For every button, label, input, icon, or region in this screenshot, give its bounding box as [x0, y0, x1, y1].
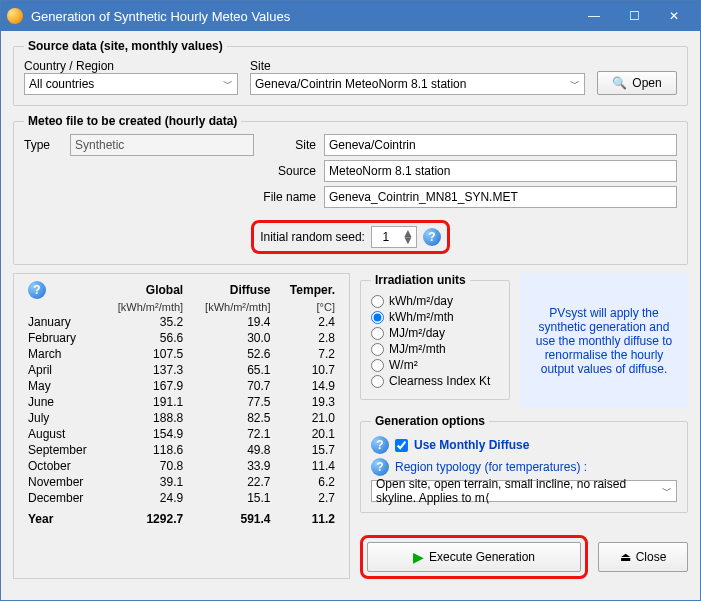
window-title: Generation of Synthetic Hourly Meteo Val… [31, 9, 574, 24]
type-field: Synthetic [70, 134, 254, 156]
chevron-down-icon: ﹀ [662, 484, 672, 498]
table-row: November39.122.76.2 [22, 474, 341, 490]
open-button[interactable]: 🔍 Open [597, 71, 677, 95]
irradiation-option[interactable]: Clearness Index Kt [371, 373, 499, 389]
close-button[interactable]: ⏏ Close [598, 542, 688, 572]
help-icon[interactable]: ? [423, 228, 441, 246]
generation-options-group: Generation options ? Use Monthly Diffuse… [360, 414, 688, 513]
use-monthly-diffuse-checkbox[interactable] [395, 439, 408, 452]
table-row: February56.630.02.8 [22, 330, 341, 346]
table-row: April137.365.110.7 [22, 362, 341, 378]
type-label: Type [24, 138, 62, 152]
app-icon [7, 8, 23, 24]
exit-icon: ⏏ [620, 550, 631, 564]
table-row: May167.970.714.9 [22, 378, 341, 394]
help-icon[interactable]: ? [371, 436, 389, 454]
source-label: Source [254, 164, 324, 178]
table-row: January35.219.42.4 [22, 314, 341, 330]
seed-value: 1 [372, 230, 400, 244]
irradiation-option[interactable]: MJ/m²/mth [371, 341, 499, 357]
typology-label: Region typology (for temperatures) : [395, 460, 587, 474]
search-icon: 🔍 [612, 76, 627, 90]
content-area: Source data (site, monthly values) Count… [1, 31, 700, 600]
generation-options-legend: Generation options [371, 414, 489, 428]
table-total-row: Year1292.7591.411.2 [22, 506, 341, 527]
filename-field[interactable]: Geneva_Cointrin_MN81_SYN.MET [324, 186, 677, 208]
site-source-value: Geneva/Cointrin MeteoNorm 8.1 station [255, 77, 466, 91]
radio-input[interactable] [371, 311, 384, 324]
site-label: Site [254, 138, 324, 152]
typology-value: Open site, open terrain, small incline, … [376, 477, 662, 505]
source-data-group: Source data (site, monthly values) Count… [13, 39, 688, 106]
chevron-down-icon: ﹀ [223, 77, 233, 91]
irradiation-units-group: Irradiation units kWh/m²/daykWh/m²/mthMJ… [360, 273, 510, 400]
maximize-button[interactable]: ☐ [614, 1, 654, 31]
radio-input[interactable] [371, 327, 384, 340]
play-icon: ▶ [413, 549, 424, 565]
execute-generation-button[interactable]: ▶ Execute Generation [367, 542, 581, 572]
source-data-legend: Source data (site, monthly values) [24, 39, 227, 53]
irradiation-legend: Irradiation units [371, 273, 470, 287]
col-diffuse: Diffuse [189, 280, 276, 300]
radio-input[interactable] [371, 343, 384, 356]
use-monthly-diffuse-label: Use Monthly Diffuse [414, 438, 529, 452]
monthly-table: ? Global Diffuse Temper. [kWh/m²/mth] [k… [22, 280, 341, 527]
table-row: July188.882.521.0 [22, 410, 341, 426]
hint-text: PVsyst will apply the synthetic generati… [530, 306, 678, 376]
seed-label: Initial random seed: [260, 230, 365, 244]
col-temper: Temper. [276, 280, 341, 300]
site-source-combo[interactable]: Geneva/Cointrin MeteoNorm 8.1 station ﹀ [250, 73, 585, 95]
country-label: Country / Region [24, 59, 114, 73]
table-row: December24.915.12.7 [22, 490, 341, 506]
radio-input[interactable] [371, 295, 384, 308]
target-file-group: Meteo file to be created (hourly data) T… [13, 114, 688, 265]
close-window-button[interactable]: ✕ [654, 1, 694, 31]
chevron-down-icon: ﹀ [570, 77, 580, 91]
app-window: Generation of Synthetic Hourly Meteo Val… [0, 0, 701, 601]
seed-spinner[interactable]: 1 ▲▼ [371, 226, 417, 248]
help-icon[interactable]: ? [371, 458, 389, 476]
close-label: Close [636, 550, 667, 564]
country-value: All countries [29, 77, 94, 91]
country-combo[interactable]: All countries ﹀ [24, 73, 238, 95]
typology-combo[interactable]: Open site, open terrain, small incline, … [371, 480, 677, 502]
irradiation-option[interactable]: kWh/m²/day [371, 293, 499, 309]
table-row: October70.833.911.4 [22, 458, 341, 474]
execute-label: Execute Generation [429, 550, 535, 564]
irradiation-option[interactable]: MJ/m²/day [371, 325, 499, 341]
seed-highlight: Initial random seed: 1 ▲▼ ? [251, 220, 450, 254]
irradiation-option[interactable]: kWh/m²/mth [371, 309, 499, 325]
open-label: Open [632, 76, 661, 90]
col-global: Global [102, 280, 189, 300]
execute-highlight: ▶ Execute Generation [360, 535, 588, 579]
table-row: September118.649.815.7 [22, 442, 341, 458]
table-row: August154.972.120.1 [22, 426, 341, 442]
monthly-table-box: ? Global Diffuse Temper. [kWh/m²/mth] [k… [13, 273, 350, 579]
irradiation-option[interactable]: W/m² [371, 357, 499, 373]
table-row: June191.177.519.3 [22, 394, 341, 410]
site-field[interactable]: Geneva/Cointrin [324, 134, 677, 156]
source-field[interactable]: MeteoNorm 8.1 station [324, 160, 677, 182]
minimize-button[interactable]: — [574, 1, 614, 31]
titlebar: Generation of Synthetic Hourly Meteo Val… [1, 1, 700, 31]
site-source-label: Site [250, 59, 271, 73]
help-icon[interactable]: ? [28, 281, 46, 299]
table-row: March107.552.67.2 [22, 346, 341, 362]
radio-input[interactable] [371, 375, 384, 388]
filename-label: File name [254, 190, 324, 204]
radio-input[interactable] [371, 359, 384, 372]
spinner-arrows-icon[interactable]: ▲▼ [400, 230, 416, 244]
hint-box: PVsyst will apply the synthetic generati… [520, 273, 688, 408]
target-file-legend: Meteo file to be created (hourly data) [24, 114, 241, 128]
